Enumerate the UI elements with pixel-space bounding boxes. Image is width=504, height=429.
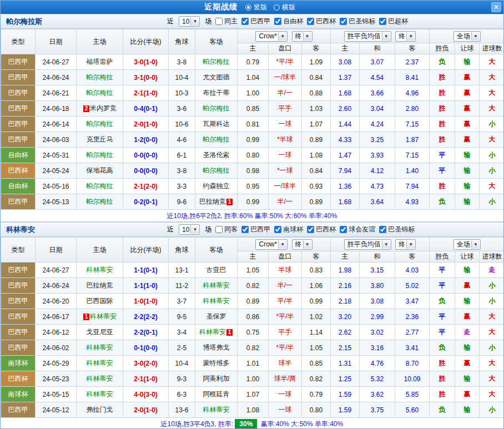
ah-line: 一/球半: [269, 70, 302, 85]
eu-away-odds: 4.96: [395, 85, 430, 101]
eu-home-odds: 2.15: [331, 340, 360, 356]
red-card-badge: 1: [226, 329, 233, 336]
home-team-cell: 科林蒂安: [77, 387, 123, 402]
corners-cell: 9-5: [169, 309, 195, 325]
eu-draw-odds: 4.73: [360, 179, 395, 194]
ah-line: 球半/两: [269, 371, 302, 387]
horizontal-layout-label[interactable]: 横版: [282, 3, 295, 12]
fullmatch-select[interactable]: 全场▼: [453, 239, 481, 250]
ah-away-odds: 1.02: [302, 309, 331, 325]
team-label: 科林蒂安: [87, 375, 113, 382]
eu-home-odds: 1.36: [331, 179, 360, 194]
result-cell: 平: [430, 278, 455, 294]
title-bar: 近期战绩 竖版 横版 ✕: [1, 1, 503, 14]
same-venue-checkbox[interactable]: [215, 226, 223, 233]
score-cell: 2-2(2-2): [123, 309, 169, 325]
result-cell: 平: [430, 148, 455, 163]
result-cell: 胜: [430, 70, 455, 85]
same-venue-checkbox[interactable]: [215, 18, 223, 25]
dropdown-arrow-icon: ▼: [190, 17, 199, 26]
corners-cell: 9-3: [169, 371, 195, 387]
type-cell: 自由杯: [1, 148, 36, 163]
competition-checkbox[interactable]: [241, 226, 249, 233]
handicap-result-cell: 输: [455, 163, 480, 179]
same-venue-label: 同主: [224, 17, 238, 26]
handicap-result-header: 让球: [455, 43, 480, 54]
home-team-cell: 帕尔梅拉: [77, 85, 123, 101]
match-count-select[interactable]: 10▼: [179, 224, 200, 235]
home-team-cell: 1科林蒂安: [77, 309, 123, 325]
eu-final-select[interactable]: 终▼: [395, 239, 416, 250]
ah-home-odds: 0.82: [238, 278, 269, 294]
score-cell: 4-0(3-0): [123, 387, 169, 402]
team-label: 克里丘马: [87, 135, 113, 143]
score-cell: 3-1(0-0): [123, 70, 169, 85]
competition-checkbox[interactable]: [241, 18, 249, 25]
date-cell: 24-06-14: [36, 117, 77, 132]
ah-final-select[interactable]: 终▼: [292, 31, 313, 42]
odds-source-select[interactable]: Crow*▼: [255, 239, 288, 250]
home-team-cell: 帕尔梅拉: [77, 70, 123, 85]
handicap-result-cell: 输: [455, 194, 480, 210]
goals-cell: 小: [480, 117, 504, 132]
win-rate-highlight: 30%: [235, 419, 257, 429]
home-team-cell: 科林蒂安: [77, 371, 123, 387]
competition-checkbox[interactable]: [379, 226, 386, 233]
competition-checkbox[interactable]: [274, 18, 281, 25]
goals-cell: 小: [480, 163, 504, 179]
away-team-cell: 科林蒂安1: [195, 325, 238, 340]
ah-home-odds: 0.86: [238, 309, 269, 325]
eu-avg-select[interactable]: 胜平负均值▼: [344, 239, 391, 250]
col-header-home: 主场: [77, 238, 123, 263]
goals-cell: 小: [480, 278, 504, 294]
vertical-layout-radio[interactable]: [245, 4, 251, 11]
ah-home-odds: 0.80: [238, 148, 269, 163]
dropdown-arrow-icon: ▼: [382, 240, 390, 249]
palmeiras-results-table: 类型 日期 主场 比分(半场) 角球 客场 Crow*▼ 终▼ 胜平负均值▼ 终…: [1, 29, 504, 210]
odds-source-select[interactable]: Crow*▼: [255, 31, 288, 42]
eu-final-select[interactable]: 终▼: [395, 31, 416, 42]
competition-label: 球会友谊: [349, 225, 375, 234]
result-cell: 胜: [430, 132, 455, 148]
col-header-corners: 角球: [169, 238, 195, 263]
eu-draw-odds: 3.80: [360, 278, 395, 294]
eu-away-header: 客: [395, 251, 430, 263]
red-card-badge: 1: [83, 314, 89, 320]
competition-checkbox[interactable]: [379, 18, 386, 25]
match-count-select[interactable]: 10▼: [179, 16, 200, 27]
competition-checkbox[interactable]: [340, 226, 347, 233]
home-team-cell: 帕尔梅拉: [77, 194, 123, 210]
competition-label: 巴圣锦标: [388, 225, 415, 234]
ah-final-select[interactable]: 终▼: [292, 239, 313, 250]
result-cell: 胜: [430, 371, 455, 387]
ah-home-header: 主: [238, 251, 269, 263]
goals-cell: 小: [480, 340, 504, 356]
team-label: 瓦斯科达: [203, 120, 230, 128]
corners-cell: 10-4: [169, 70, 195, 85]
vertical-layout-label[interactable]: 竖版: [254, 3, 267, 12]
result-cell: 胜: [430, 179, 455, 194]
date-cell: 24-06-24: [36, 278, 77, 294]
eu-away-odds: 8.41: [395, 70, 430, 85]
competition-checkbox[interactable]: [274, 226, 281, 233]
competition-checkbox[interactable]: [340, 18, 347, 25]
eu-home-odds: 2.60: [331, 101, 360, 117]
team-label: 蒙特维多: [203, 359, 230, 367]
team-label: 巴拉纳竞: [199, 198, 226, 205]
horizontal-layout-radio[interactable]: [274, 4, 280, 11]
eu-draw-odds: 3.66: [360, 85, 395, 101]
score-cell: 2-1(1-0): [123, 371, 169, 387]
eu-home-odds: 1.31: [331, 356, 360, 371]
team-label: 帕尔梅拉: [203, 135, 230, 143]
ah-odds-group-header: Crow*▼ 终▼: [238, 238, 331, 251]
handicap-result-cell: 赢: [455, 85, 480, 101]
eu-away-odds: 5.85: [395, 387, 430, 402]
competition-checkbox[interactable]: [307, 18, 314, 25]
match-row: 巴西甲24-06-27科林蒂安1-1(0-1)13-1古亚巴1.05半球0.83…: [1, 263, 504, 278]
team-label: 弗拉门戈: [87, 406, 113, 413]
fullmatch-select[interactable]: 全场▼: [453, 31, 481, 42]
competition-checkbox[interactable]: [307, 226, 314, 233]
close-button[interactable]: ✕: [491, 2, 501, 12]
eu-avg-select[interactable]: 胜平负均值▼: [344, 31, 391, 42]
ah-home-header: 主: [238, 43, 269, 54]
